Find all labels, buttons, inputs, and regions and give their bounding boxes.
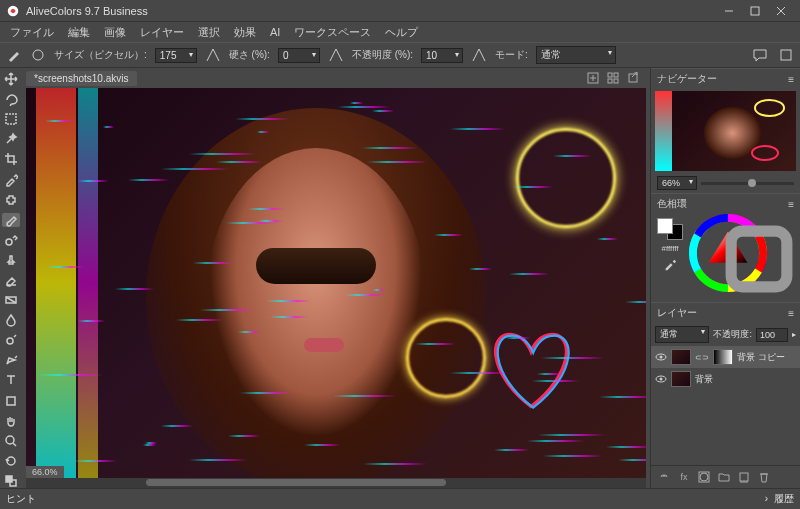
menu-3[interactable]: レイヤー (134, 23, 190, 42)
svg-rect-19 (614, 73, 618, 77)
tool-dodge[interactable] (2, 333, 20, 347)
layer-opacity-input[interactable]: 100 (756, 328, 788, 342)
tab-grid-icon[interactable] (606, 71, 620, 85)
history-title: 履歴 (774, 492, 794, 506)
close-button[interactable] (768, 1, 794, 21)
menu-2[interactable]: 画像 (98, 23, 132, 42)
app-title: AliveColors 9.7 Business (26, 5, 716, 17)
opacity-select[interactable]: 10 (421, 48, 463, 63)
app-logo (6, 4, 20, 18)
menu-6[interactable]: AI (264, 24, 286, 40)
layer-row[interactable]: ⊂⊃背景 コピー (651, 346, 800, 368)
eye-icon[interactable] (655, 373, 667, 385)
tool-lasso[interactable] (2, 92, 20, 106)
menu-5[interactable]: 効果 (228, 23, 262, 42)
link-layers-icon[interactable] (657, 470, 671, 484)
color-swatches[interactable] (657, 218, 683, 240)
eyedropper-icon[interactable] (663, 257, 677, 273)
menu-8[interactable]: ヘルプ (379, 23, 424, 42)
horizontal-scrollbar[interactable] (26, 478, 646, 488)
layer-thumbnail (671, 371, 691, 387)
tool-wand[interactable] (2, 132, 20, 146)
svg-rect-7 (6, 114, 16, 124)
menu-1[interactable]: 編集 (62, 23, 96, 42)
new-layer-icon[interactable] (737, 470, 751, 484)
mode-select[interactable]: 通常 (536, 46, 616, 64)
new-folder-icon[interactable] (717, 470, 731, 484)
document-tab[interactable]: *screenshots10.akvis (26, 71, 137, 86)
tool-heal[interactable] (2, 193, 20, 207)
tool-eyedropper[interactable] (2, 172, 20, 186)
tool-brush[interactable] (2, 213, 20, 227)
menu-0[interactable]: ファイル (4, 23, 60, 42)
opacity-label: 不透明度 (%): (352, 48, 413, 62)
menu-4[interactable]: 選択 (192, 23, 226, 42)
zoom-readout: 66.0% (26, 466, 64, 478)
svg-point-12 (6, 436, 14, 444)
tab-new-icon[interactable] (586, 71, 600, 85)
tool-gradient[interactable] (2, 293, 20, 307)
eye-icon[interactable] (655, 351, 667, 363)
svg-point-33 (660, 356, 663, 359)
feedback-icon[interactable] (752, 47, 768, 63)
canvas[interactable]: (function(){const a=document.querySelect… (26, 88, 646, 478)
tool-color[interactable] (2, 474, 20, 488)
svg-rect-20 (608, 79, 612, 83)
tool-eraser[interactable] (2, 273, 20, 287)
tool-pen[interactable] (2, 353, 20, 367)
tool-move[interactable] (2, 72, 20, 86)
maximize-button[interactable] (742, 1, 768, 21)
tool-text[interactable] (2, 373, 20, 387)
layer-name: 背景 コピー (737, 351, 785, 364)
tool-blur[interactable] (2, 313, 20, 327)
menu-7[interactable]: ワークスペース (288, 23, 377, 42)
link-icon[interactable]: ⊂⊃ (695, 353, 709, 362)
tool-clone[interactable] (2, 233, 20, 247)
color-wheel[interactable] (689, 214, 800, 302)
pressure-hardness-icon[interactable] (328, 47, 344, 63)
tab-external-icon[interactable] (626, 71, 640, 85)
tool-shape[interactable] (2, 394, 20, 408)
tool-zoom[interactable] (2, 434, 20, 448)
navigator-menu-icon[interactable]: ≡ (788, 74, 794, 85)
pressure-opacity-icon[interactable] (471, 47, 487, 63)
svg-point-8 (6, 239, 12, 245)
delete-layer-icon[interactable] (757, 470, 771, 484)
layer-name: 背景 (695, 373, 713, 386)
svg-point-35 (660, 378, 663, 381)
tool-rotate[interactable] (2, 454, 20, 468)
svg-rect-38 (740, 473, 748, 481)
color-menu-icon[interactable]: ≡ (788, 199, 794, 210)
pressure-size-icon[interactable] (205, 47, 221, 63)
minimize-button[interactable] (716, 1, 742, 21)
navigator-preview[interactable] (655, 91, 796, 171)
blend-mode-select[interactable]: 通常 (655, 326, 709, 343)
tool-crop[interactable] (2, 152, 20, 166)
layer-mask[interactable] (713, 349, 733, 365)
navigator-zoom-select[interactable]: 66% (657, 176, 697, 190)
svg-point-5 (33, 50, 43, 60)
layer-row[interactable]: 背景 (651, 368, 800, 390)
svg-point-10 (7, 338, 13, 344)
shape-mode-icon[interactable] (720, 220, 798, 300)
layers-title: レイヤー (657, 306, 697, 320)
add-mask-icon[interactable] (697, 470, 711, 484)
hardness-select[interactable]: 0 (278, 48, 320, 63)
brush-size-icon (30, 47, 46, 63)
navigator-title: ナビゲーター (657, 72, 717, 86)
tool-marquee[interactable] (2, 112, 20, 126)
fx-icon[interactable]: fx (677, 470, 691, 484)
svg-rect-31 (731, 231, 787, 287)
quick-icon[interactable] (778, 47, 794, 63)
navigator-zoom-slider[interactable] (701, 182, 794, 185)
opacity-stepper-icon[interactable]: ▸ (792, 330, 796, 339)
size-select[interactable]: 175 (155, 48, 197, 63)
tool-hand[interactable] (2, 414, 20, 428)
svg-rect-11 (7, 397, 15, 405)
layers-menu-icon[interactable]: ≡ (788, 308, 794, 319)
svg-rect-18 (608, 73, 612, 77)
color-hex[interactable]: #ffffff (661, 244, 678, 253)
tool-stamp[interactable] (2, 253, 20, 267)
history-expand-icon[interactable]: › (765, 493, 768, 504)
color-title: 色相環 (657, 197, 687, 211)
